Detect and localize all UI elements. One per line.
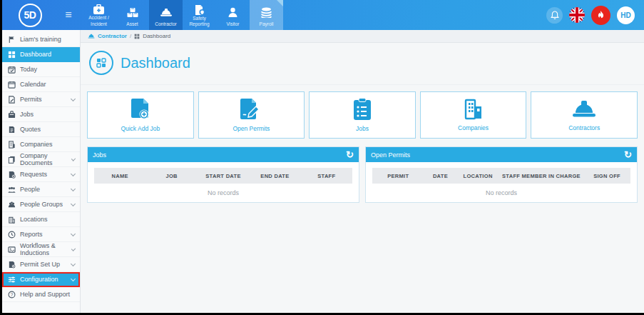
sidebar-item-label: Jobs <box>20 111 34 118</box>
empty-state: No records <box>94 184 352 202</box>
sidebar-item-people-groups[interactable]: People Groups <box>2 197 80 212</box>
quick-action-cards: Quick Add Job Open Permits Jobs Companie… <box>81 85 644 139</box>
sidebar-item-jobs[interactable]: Jobs <box>2 107 80 122</box>
tab-accident-incident[interactable]: Accident / Incident <box>82 0 116 30</box>
sidebar-item-company-documents[interactable]: Company Documents <box>2 152 80 167</box>
card-contractors[interactable]: Contractors <box>531 91 638 139</box>
sidebar-item-label: Configuration <box>20 276 58 283</box>
permit-doc-icon <box>8 96 16 104</box>
tab-label: Payroll <box>260 21 274 30</box>
column-header: END DATE <box>249 173 300 179</box>
people-group-icon <box>8 201 16 209</box>
report-shield-icon <box>194 0 205 16</box>
app-window: 5D ≡ Accident / Incident Asset C <box>2 0 644 313</box>
breadcrumb-module-link[interactable]: Contractor <box>98 33 127 39</box>
jobs-table-header: NAME JOB START DATE END DATE STAFF <box>94 168 352 184</box>
language-flag-uk-icon[interactable] <box>569 7 585 23</box>
sidebar-item-people[interactable]: People <box>2 182 80 197</box>
hamburger-menu-icon[interactable]: ≡ <box>58 0 79 30</box>
breadcrumb-current-page: Dashboard <box>143 33 170 39</box>
sidebar-item-label: People <box>20 186 40 193</box>
tab-visitor[interactable]: Visitor <box>216 0 250 30</box>
people-icon <box>8 186 16 194</box>
card-companies[interactable]: Companies <box>420 91 527 139</box>
coins-icon <box>260 0 272 18</box>
sidebar-item-dashboard[interactable]: Dashboard <box>2 47 80 62</box>
jobs-table: NAME JOB START DATE END DATE STAFF No re… <box>88 162 359 202</box>
chevron-down-icon <box>71 186 76 191</box>
top-navbar: 5D ≡ Accident / Incident Asset C <box>2 0 644 30</box>
document-plus-icon <box>130 98 151 121</box>
brand-logo[interactable]: 5D <box>19 4 42 27</box>
open-permits-panel: Open Permits ↻ PERMIT DATE LOCATION STAF… <box>365 146 638 203</box>
tab-contractor[interactable]: Contractor <box>149 0 183 30</box>
breadcrumb-separator: / <box>130 33 131 39</box>
document-icon <box>8 126 16 134</box>
sidebar-item-label: Liam's training <box>20 36 61 43</box>
sidebar-item-label: People Groups <box>20 201 63 208</box>
location-building-icon <box>8 216 16 224</box>
user-avatar[interactable]: HD <box>617 6 635 24</box>
jobs-panel-title: Jobs <box>93 151 106 159</box>
jobs-panel-header: Jobs ↻ <box>88 147 359 162</box>
refresh-icon[interactable]: ↻ <box>624 150 632 159</box>
tab-asset[interactable]: Asset <box>116 0 149 30</box>
sidebar-item-label: Permit Set Up <box>20 261 60 268</box>
chevron-down-icon <box>71 261 76 266</box>
boxes-icon <box>127 0 138 18</box>
column-header: START DATE <box>198 173 249 179</box>
flag-icon <box>8 36 16 44</box>
sidebar-item-workflows-inductions[interactable]: Workflows & Inductions <box>2 242 80 257</box>
tab-payroll[interactable]: Payroll <box>250 0 283 30</box>
sidebar-item-requests[interactable]: Requests <box>2 167 80 182</box>
sidebar-item-label: Company Documents <box>20 152 68 166</box>
sliders-icon <box>8 276 16 284</box>
svg-text:?: ? <box>11 291 14 296</box>
sidebar-item-label: Calendar <box>20 81 46 88</box>
breadcrumb: Contractor / Dashboard <box>81 30 644 43</box>
sidebar-item-today[interactable]: Today <box>2 62 80 77</box>
fire-alert-icon[interactable] <box>591 6 610 25</box>
sidebar-item-reports[interactable]: Reports <box>2 227 80 242</box>
refresh-icon[interactable]: ↻ <box>346 150 354 159</box>
medkit-icon <box>93 0 105 15</box>
card-jobs[interactable]: Jobs <box>309 91 416 139</box>
sidebar-item-quotes[interactable]: Quotes <box>2 122 80 137</box>
sidebar-item-help-and-support[interactable]: ? Help and Support <box>2 287 80 302</box>
card-label: Companies <box>458 124 489 131</box>
sidebar-item-locations[interactable]: Locations <box>2 212 80 227</box>
open-permits-table: PERMIT DATE LOCATION STAFF MEMBER IN CHA… <box>366 162 637 202</box>
request-doc-icon <box>8 171 16 179</box>
sidebar-item-companies[interactable]: Companies <box>2 137 80 152</box>
sidebar-item-permit-set-up[interactable]: Permit Set Up <box>2 257 80 272</box>
sidebar-item-configuration[interactable]: Configuration <box>2 272 80 287</box>
column-header: STAFF MEMBER IN CHARGE <box>499 173 583 179</box>
notifications-bell-icon[interactable] <box>546 7 563 24</box>
calendar-icon <box>8 81 16 89</box>
chevron-down-icon <box>71 276 76 281</box>
company-building-icon <box>463 99 484 120</box>
sidebar-item-calendar[interactable]: Calendar <box>2 77 80 92</box>
sidebar-item-permits[interactable]: Permits <box>2 92 80 107</box>
documents-stack-icon <box>8 156 16 164</box>
tab-safety-reporting[interactable]: Safety Reporting <box>183 0 216 30</box>
sidebar-item-label: Dashboard <box>20 51 51 58</box>
sidebar-item-label: Quotes <box>20 126 41 133</box>
column-header: NAME <box>94 173 145 179</box>
open-permits-panel-title: Open Permits <box>371 151 410 159</box>
card-open-permits[interactable]: Open Permits <box>198 91 305 139</box>
sidebar-nav: Liam's training Dashboard Today Calendar… <box>2 30 81 313</box>
card-label: Quick Add Job <box>121 125 160 132</box>
dashboard-panels: Jobs ↻ NAME JOB START DATE END DATE STAF… <box>81 139 644 203</box>
tab-label: Asset <box>126 21 138 30</box>
column-header: SIGN OFF <box>583 173 630 179</box>
module-tabs: Accident / Incident Asset Contractor Saf… <box>82 0 283 30</box>
clipboard-list-icon <box>353 98 372 121</box>
dashboard-circle-icon <box>89 51 113 75</box>
sidebar-item-liams-training[interactable]: Liam's training <box>2 32 80 47</box>
hard-hat-icon <box>570 99 598 120</box>
sidebar-item-label: Today <box>20 66 37 73</box>
jobs-panel: Jobs ↻ NAME JOB START DATE END DATE STAF… <box>87 146 359 203</box>
card-quick-add-job[interactable]: Quick Add Job <box>87 91 194 139</box>
sidebar-item-label: Workflows & Inductions <box>20 242 68 256</box>
